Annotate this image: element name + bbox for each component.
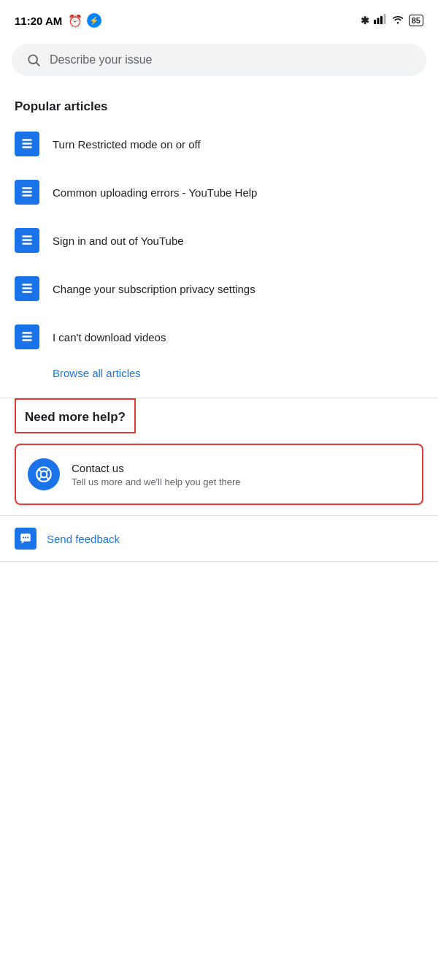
status-left-icons: ⏰ ⚡ [68,13,101,28]
svg-line-5 [36,63,40,67]
article-text-4: Change your subscription privacy setting… [53,281,256,297]
article-icon-1 [15,132,39,156]
svg-rect-20 [22,339,31,341]
contact-subtitle: Tell us more and we'll help you get ther… [72,476,241,487]
svg-rect-12 [22,235,31,238]
svg-point-4 [28,55,37,64]
popular-articles-title: Popular articles [0,88,438,120]
signal-icon [374,14,387,27]
divider-bottom [0,561,438,562]
contact-us-icon [28,458,60,490]
document-icon [20,281,34,296]
svg-rect-13 [22,239,31,241]
need-more-help-section: Need more help? Contact us Tell us more … [0,398,438,505]
browse-all-link[interactable]: Browse all articles [0,361,438,398]
svg-line-26 [47,477,50,480]
article-icon-4 [15,276,39,301]
popular-articles-section: Popular articles Turn Restricted mode on… [0,88,438,398]
article-item[interactable]: Common uploading errors - YouTube Help [0,168,438,216]
svg-point-22 [41,471,47,478]
feedback-bubble-icon [19,532,32,545]
document-icon [20,185,34,200]
svg-point-29 [25,536,26,538]
search-icon [26,53,41,67]
browse-all-anchor[interactable]: Browse all articles [53,367,141,379]
status-right: ✱ 85 [361,14,423,27]
svg-point-28 [23,536,24,538]
time-display: 11:20 AM [15,15,62,27]
send-feedback-item[interactable]: Send feedback [0,516,438,561]
battery-indicator: 85 [409,15,423,26]
article-icon-3 [15,228,39,253]
article-icon-2 [15,180,39,205]
send-feedback-text: Send feedback [47,533,120,545]
svg-rect-10 [22,191,31,193]
svg-rect-15 [22,284,31,286]
contact-us-card[interactable]: Contact us Tell us more and we'll help y… [15,444,423,505]
bluetooth-icon: ✱ [361,15,369,26]
document-icon [20,137,34,151]
svg-rect-7 [22,143,31,145]
document-icon [20,233,34,248]
svg-rect-17 [22,291,31,293]
svg-rect-1 [377,18,379,25]
article-text-1: Turn Restricted mode on or off [53,137,201,152]
article-text-3: Sign in and out of YouTube [53,233,184,248]
article-item[interactable]: Turn Restricted mode on or off [0,120,438,168]
article-item[interactable]: Change your subscription privacy setting… [0,265,438,313]
article-item[interactable]: I can't download videos [0,313,438,361]
article-item[interactable]: Sign in and out of YouTube [0,216,438,265]
status-bar: 11:20 AM ⏰ ⚡ ✱ 85 [0,0,438,38]
svg-rect-16 [22,287,31,289]
search-placeholder: Describe your issue [50,53,153,67]
alarm-icon: ⏰ [68,14,82,28]
messenger-icon: ⚡ [87,13,101,28]
need-more-help-title: Need more help? [25,410,126,425]
search-bar[interactable]: Describe your issue [12,44,426,76]
wifi-icon [391,14,404,27]
svg-line-25 [39,477,42,480]
article-text-2: Common uploading errors - YouTube Help [53,185,257,200]
svg-rect-3 [383,14,385,24]
svg-rect-14 [22,243,31,245]
svg-rect-6 [22,139,31,141]
lifebuoy-icon [34,465,53,484]
feedback-icon [15,528,36,550]
svg-rect-9 [22,187,31,189]
svg-point-30 [27,536,28,538]
document-icon [20,330,34,344]
svg-rect-19 [22,335,31,338]
svg-rect-2 [380,16,383,24]
search-container: Describe your issue [0,38,438,88]
svg-line-23 [39,469,42,472]
status-left: 11:20 AM ⏰ ⚡ [15,13,101,28]
svg-line-24 [47,469,50,472]
contact-title: Contact us [72,462,241,474]
article-text-5: I can't download videos [53,330,166,345]
article-icon-5 [15,324,39,349]
svg-rect-0 [374,20,376,24]
svg-rect-18 [22,332,31,334]
svg-rect-8 [22,146,31,148]
contact-text: Contact us Tell us more and we'll help y… [72,462,241,487]
svg-rect-11 [22,194,31,197]
